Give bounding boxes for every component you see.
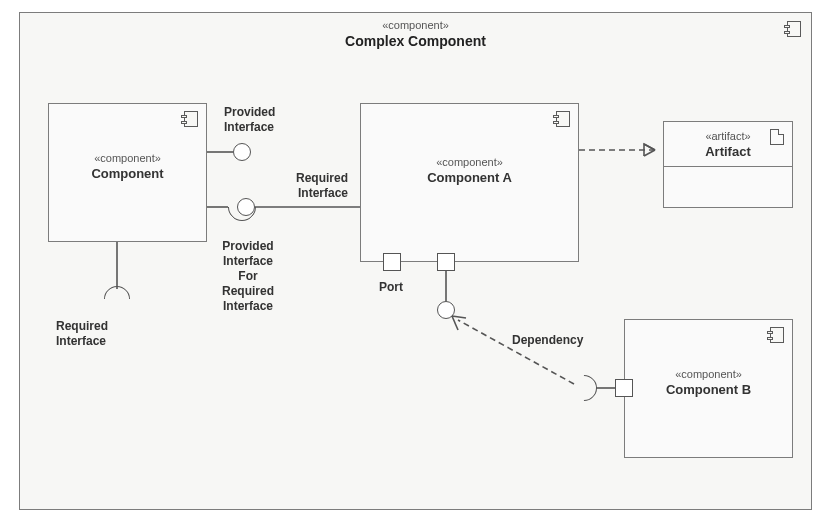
- port-compA-1: [383, 253, 401, 271]
- component-box-left: «component» Component: [48, 103, 207, 242]
- diagram-canvas: «component» Complex Component «component…: [0, 0, 831, 526]
- provided-interface-ball: [233, 143, 251, 161]
- artifact-icon: [770, 129, 784, 145]
- componentB-stereotype: «component»: [625, 368, 792, 382]
- frame-title: Complex Component: [20, 33, 811, 51]
- componentA-stereotype: «component»: [361, 156, 578, 170]
- port-compA-2: [437, 253, 455, 271]
- artifact-box: «artifact» Artifact: [663, 121, 793, 208]
- frame-stereotype: «component»: [20, 19, 811, 33]
- frame-header: «component» Complex Component: [20, 13, 811, 50]
- component-box-b: «component» Component B: [624, 319, 793, 458]
- port-compB: [615, 379, 633, 397]
- component-icon: [556, 111, 570, 127]
- port-interface-ball: [437, 301, 455, 319]
- component-stereotype: «component»: [49, 152, 206, 166]
- label-provided-for-required: Provided Interface For Required Interfac…: [222, 239, 274, 314]
- component-icon: [770, 327, 784, 343]
- component-box-a: «component» Component A: [360, 103, 579, 262]
- component-name: Component: [49, 166, 206, 182]
- artifact-name: Artifact: [664, 144, 792, 160]
- label-required-interface-mid: Required Interface: [296, 171, 348, 201]
- label-required-interface-left: Required Interface: [56, 319, 108, 349]
- component-icon: [787, 21, 801, 37]
- label-dependency: Dependency: [512, 333, 583, 348]
- componentB-name: Component B: [625, 382, 792, 398]
- component-icon: [184, 111, 198, 127]
- componentA-name: Component A: [361, 170, 578, 186]
- label-provided-interface: Provided Interface: [224, 105, 275, 135]
- provided-for-required-ball: [237, 198, 255, 216]
- label-port: Port: [379, 280, 403, 295]
